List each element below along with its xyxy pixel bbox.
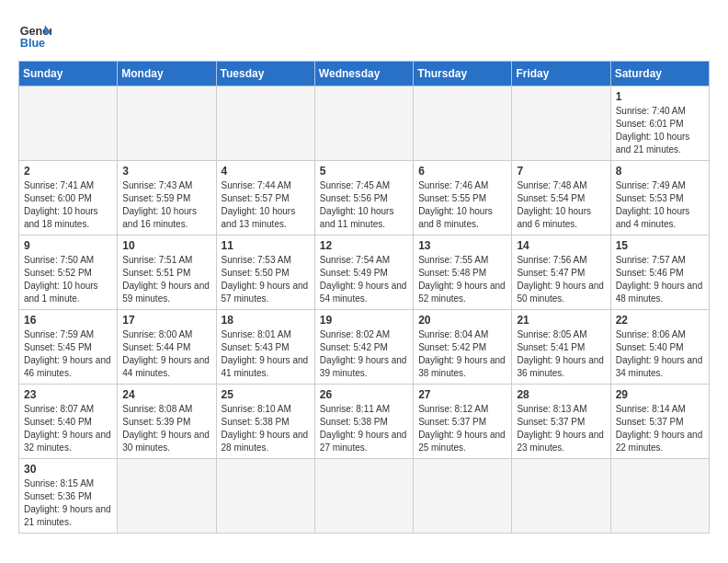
calendar-cell: 26Sunrise: 8:11 AM Sunset: 5:38 PM Dayli… [314,385,413,459]
calendar-cell: 15Sunrise: 7:57 AM Sunset: 5:46 PM Dayli… [610,236,709,310]
day-number: 11 [222,239,310,252]
day-info: Sunrise: 8:12 AM Sunset: 5:37 PM Dayligh… [418,403,506,454]
day-number: 18 [222,314,310,327]
weekday-header: Wednesday [314,62,413,86]
day-info: Sunrise: 8:00 AM Sunset: 5:44 PM Dayligh… [122,328,210,380]
day-number: 14 [517,239,605,252]
calendar-cell: 16Sunrise: 7:59 AM Sunset: 5:45 PM Dayli… [19,310,118,385]
day-info: Sunrise: 8:06 AM Sunset: 5:40 PM Dayligh… [616,328,704,380]
calendar-cell: 17Sunrise: 8:00 AM Sunset: 5:44 PM Dayli… [118,310,216,385]
day-number: 1 [616,90,704,103]
calendar-cell: 18Sunrise: 8:01 AM Sunset: 5:43 PM Dayli… [216,310,314,385]
day-info: Sunrise: 8:04 AM Sunset: 5:42 PM Dayligh… [418,328,506,380]
calendar-cell: 3Sunrise: 7:43 AM Sunset: 5:59 PM Daylig… [118,161,216,236]
calendar-cell: 6Sunrise: 7:46 AM Sunset: 5:55 PM Daylig… [414,161,512,236]
day-info: Sunrise: 8:15 AM Sunset: 5:36 PM Dayligh… [24,477,112,529]
day-info: Sunrise: 7:57 AM Sunset: 5:46 PM Dayligh… [616,254,704,305]
day-number: 28 [517,388,605,401]
day-number: 8 [616,165,704,178]
calendar-cell: 12Sunrise: 7:54 AM Sunset: 5:49 PM Dayli… [314,236,413,310]
weekday-header: Monday [118,62,216,86]
weekday-header: Saturday [610,62,709,86]
day-number: 2 [24,165,112,178]
day-info: Sunrise: 7:43 AM Sunset: 5:59 PM Dayligh… [122,179,210,231]
logo: General Blue [18,18,51,52]
day-info: Sunrise: 8:08 AM Sunset: 5:39 PM Dayligh… [122,403,210,454]
calendar-cell: 24Sunrise: 8:08 AM Sunset: 5:39 PM Dayli… [118,385,216,459]
day-info: Sunrise: 7:48 AM Sunset: 5:54 PM Dayligh… [517,179,605,231]
day-info: Sunrise: 7:49 AM Sunset: 5:53 PM Dayligh… [616,179,704,231]
logo-icon: General Blue [18,18,51,52]
day-info: Sunrise: 7:50 AM Sunset: 5:52 PM Dayligh… [24,254,112,305]
day-number: 3 [122,165,210,178]
calendar-cell: 10Sunrise: 7:51 AM Sunset: 5:51 PM Dayli… [118,236,216,310]
calendar-cell [19,86,118,161]
weekday-header: Tuesday [216,62,314,86]
day-number: 20 [418,314,506,327]
calendar-week-row: 23Sunrise: 8:07 AM Sunset: 5:40 PM Dayli… [19,385,710,459]
day-number: 29 [616,388,704,401]
day-number: 12 [320,239,408,252]
day-number: 13 [418,239,506,252]
day-info: Sunrise: 8:02 AM Sunset: 5:42 PM Dayligh… [320,328,408,380]
day-number: 23 [24,388,112,401]
calendar-cell: 28Sunrise: 8:13 AM Sunset: 5:37 PM Dayli… [512,385,610,459]
day-info: Sunrise: 8:07 AM Sunset: 5:40 PM Dayligh… [24,403,112,454]
day-number: 16 [24,314,112,327]
day-number: 15 [616,239,704,252]
day-number: 30 [24,463,112,476]
calendar-cell [216,86,314,161]
svg-text:Blue: Blue [20,37,45,50]
calendar-cell [118,459,216,534]
weekday-header-row: SundayMondayTuesdayWednesdayThursdayFrid… [19,62,710,86]
day-info: Sunrise: 7:45 AM Sunset: 5:56 PM Dayligh… [320,179,408,231]
calendar-cell: 19Sunrise: 8:02 AM Sunset: 5:42 PM Dayli… [314,310,413,385]
calendar-cell [512,86,610,161]
day-number: 9 [24,239,112,252]
day-info: Sunrise: 7:41 AM Sunset: 6:00 PM Dayligh… [24,179,112,231]
day-info: Sunrise: 8:13 AM Sunset: 5:37 PM Dayligh… [517,403,605,454]
page-header: General Blue [18,18,710,52]
calendar-cell: 1Sunrise: 7:40 AM Sunset: 6:01 PM Daylig… [610,86,709,161]
day-info: Sunrise: 7:46 AM Sunset: 5:55 PM Dayligh… [418,179,506,231]
calendar-week-row: 16Sunrise: 7:59 AM Sunset: 5:45 PM Dayli… [19,310,710,385]
day-info: Sunrise: 7:51 AM Sunset: 5:51 PM Dayligh… [122,254,210,305]
calendar-cell: 8Sunrise: 7:49 AM Sunset: 5:53 PM Daylig… [610,161,709,236]
calendar-cell: 5Sunrise: 7:45 AM Sunset: 5:56 PM Daylig… [314,161,413,236]
calendar-cell: 13Sunrise: 7:55 AM Sunset: 5:48 PM Dayli… [414,236,512,310]
day-number: 7 [517,165,605,178]
day-info: Sunrise: 7:55 AM Sunset: 5:48 PM Dayligh… [418,254,506,305]
calendar-cell [216,459,314,534]
calendar-cell: 9Sunrise: 7:50 AM Sunset: 5:52 PM Daylig… [19,236,118,310]
calendar-cell: 23Sunrise: 8:07 AM Sunset: 5:40 PM Dayli… [19,385,118,459]
calendar-cell: 7Sunrise: 7:48 AM Sunset: 5:54 PM Daylig… [512,161,610,236]
calendar-table: SundayMondayTuesdayWednesdayThursdayFrid… [18,61,710,534]
calendar-cell [314,459,413,534]
day-info: Sunrise: 8:10 AM Sunset: 5:38 PM Dayligh… [222,403,310,454]
calendar-cell: 2Sunrise: 7:41 AM Sunset: 6:00 PM Daylig… [19,161,118,236]
day-number: 10 [122,239,210,252]
calendar-cell [512,459,610,534]
day-info: Sunrise: 8:14 AM Sunset: 5:37 PM Dayligh… [616,403,704,454]
weekday-header: Friday [512,62,610,86]
calendar-cell: 22Sunrise: 8:06 AM Sunset: 5:40 PM Dayli… [610,310,709,385]
calendar-week-row: 2Sunrise: 7:41 AM Sunset: 6:00 PM Daylig… [19,161,710,236]
day-info: Sunrise: 8:11 AM Sunset: 5:38 PM Dayligh… [320,403,408,454]
day-info: Sunrise: 7:40 AM Sunset: 6:01 PM Dayligh… [616,105,704,156]
weekday-header: Thursday [414,62,512,86]
calendar-week-row: 1Sunrise: 7:40 AM Sunset: 6:01 PM Daylig… [19,86,710,161]
calendar-cell: 29Sunrise: 8:14 AM Sunset: 5:37 PM Dayli… [610,385,709,459]
day-info: Sunrise: 8:01 AM Sunset: 5:43 PM Dayligh… [222,328,310,380]
day-info: Sunrise: 8:05 AM Sunset: 5:41 PM Dayligh… [517,328,605,380]
calendar-cell [414,459,512,534]
day-number: 25 [222,388,310,401]
day-info: Sunrise: 7:56 AM Sunset: 5:47 PM Dayligh… [517,254,605,305]
day-info: Sunrise: 7:59 AM Sunset: 5:45 PM Dayligh… [24,328,112,380]
calendar-cell: 30Sunrise: 8:15 AM Sunset: 5:36 PM Dayli… [19,459,118,534]
day-number: 26 [320,388,408,401]
calendar-cell: 25Sunrise: 8:10 AM Sunset: 5:38 PM Dayli… [216,385,314,459]
day-number: 22 [616,314,704,327]
calendar-cell: 14Sunrise: 7:56 AM Sunset: 5:47 PM Dayli… [512,236,610,310]
weekday-header: Sunday [19,62,118,86]
calendar-cell [610,459,709,534]
